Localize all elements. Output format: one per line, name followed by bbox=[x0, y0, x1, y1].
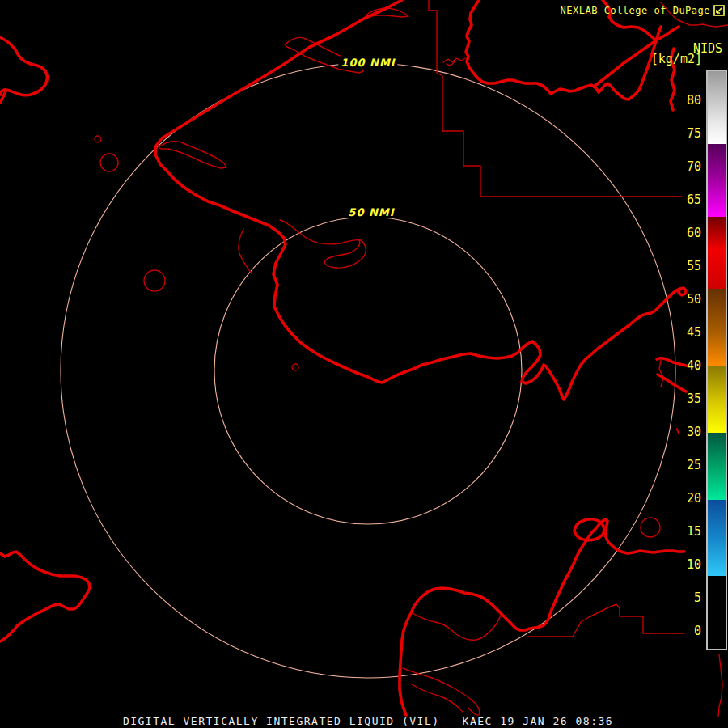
nexlab-logo-icon bbox=[713, 5, 725, 16]
colorbar-segment bbox=[708, 433, 726, 500]
river-detail bbox=[403, 668, 480, 715]
colorbar-segment bbox=[708, 366, 726, 433]
colorbar-tick-label: 65 bbox=[669, 193, 701, 207]
brand-text: NEXLAB-College of DuPage bbox=[561, 5, 710, 16]
colorbar-tick-label: 25 bbox=[669, 459, 701, 472]
coastline-northwest-blob bbox=[0, 37, 47, 103]
colorbar-tick-label: 35 bbox=[669, 392, 701, 406]
colorbar-tick-label: 70 bbox=[669, 160, 701, 174]
colorbar-tick-label: 75 bbox=[669, 127, 701, 141]
colorbar-tick-label: 40 bbox=[669, 359, 701, 373]
boundary-right-edge bbox=[718, 654, 722, 717]
colorbar-tick-label: 5 bbox=[669, 591, 701, 605]
range-ring-label-50nmi: 50 NMI bbox=[345, 206, 396, 218]
island-outline bbox=[159, 142, 226, 168]
radar-map-canvas bbox=[0, 0, 728, 728]
map-coastlines-thick bbox=[0, 0, 686, 715]
coastline-southwest-blob bbox=[0, 552, 90, 641]
colorbar-segment bbox=[708, 71, 726, 144]
coastline-main bbox=[155, 0, 686, 400]
colorbar-tick-label: 15 bbox=[669, 525, 701, 539]
colorbar-tick-label: 30 bbox=[669, 425, 701, 439]
product-title: DIGITAL VERTICALLY INTEGRATED LIQUID (VI… bbox=[123, 715, 613, 727]
shore-detail bbox=[239, 229, 252, 273]
colorbar-segment bbox=[708, 576, 726, 649]
river-detail bbox=[411, 612, 502, 640]
colorbar-tick-label: 80 bbox=[669, 94, 701, 108]
range-ring-label-100nmi: 100 NMI bbox=[338, 57, 397, 69]
colorbar-tick-label: 0 bbox=[669, 624, 701, 638]
colorbar-segment bbox=[708, 144, 726, 217]
lake-outline bbox=[100, 154, 118, 171]
small-lake-outline bbox=[95, 136, 101, 142]
lake-outline bbox=[641, 518, 660, 537]
coastline-south bbox=[400, 519, 684, 715]
shore-detail bbox=[659, 360, 663, 387]
colorbar-segment bbox=[708, 289, 726, 366]
colorbar-tick-label: 20 bbox=[669, 492, 701, 506]
range-ring-50nmi bbox=[214, 217, 522, 524]
lake-outline bbox=[144, 270, 165, 291]
tributary-detail bbox=[443, 58, 465, 65]
colorbar-tick-label: 60 bbox=[669, 226, 701, 240]
radar-display: NEXLAB-College of DuPage NIDS [kg/m2] 80… bbox=[0, 0, 728, 728]
small-lake-outline bbox=[292, 364, 298, 370]
colorbar bbox=[706, 70, 727, 650]
colorbar-units: [kg/m2] bbox=[651, 52, 702, 66]
colorbar-tick-label: 45 bbox=[669, 326, 701, 340]
colorbar-segment bbox=[708, 217, 726, 289]
lagoon-outline bbox=[280, 220, 366, 268]
range-ring-100nmi bbox=[61, 63, 675, 678]
colorbar-segment bbox=[708, 500, 726, 576]
colorbar-tick-label: 55 bbox=[669, 260, 701, 273]
colorbar-tick-label: 50 bbox=[669, 293, 701, 307]
colorbar-tick-label: 10 bbox=[669, 558, 701, 572]
